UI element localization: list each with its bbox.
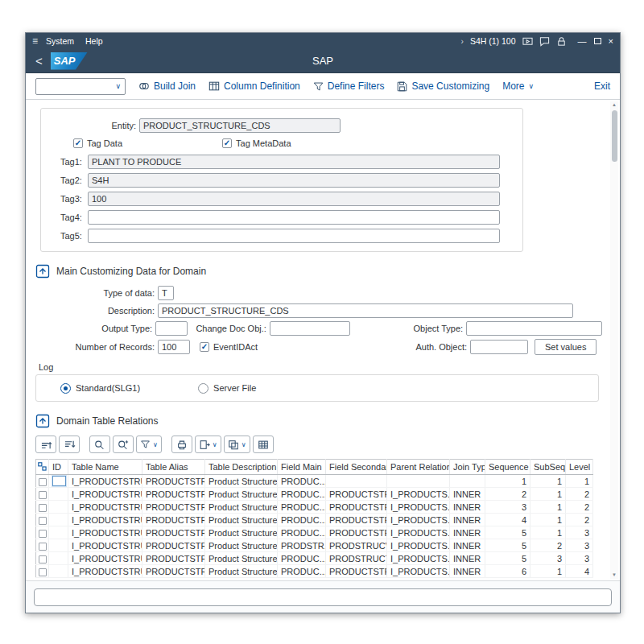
row-checkbox[interactable]	[39, 491, 47, 499]
sort-ascending-button[interactable]	[35, 436, 56, 453]
cell-table-description[interactable]: Product Structure...	[205, 526, 278, 539]
tag4-field[interactable]	[88, 210, 500, 225]
cell-table-name[interactable]: I_PRODUCTSTRUC...	[68, 539, 142, 552]
scroll-down-icon[interactable]: ▼	[612, 572, 617, 579]
row-checkbox[interactable]	[39, 478, 47, 486]
cell-field-secondary[interactable]: PRODUCTSTR...	[326, 501, 387, 514]
log-option-serverfile[interactable]: Server File	[198, 383, 256, 394]
tag1-field[interactable]: PLANT TO PRODUCE	[88, 155, 500, 169]
menu-item-help[interactable]: Help	[85, 36, 103, 46]
cell-table-name[interactable]: I_PRODUCTSTRUC...	[68, 488, 142, 501]
cell-table-description[interactable]: Product Structure...	[205, 514, 278, 526]
entity-field[interactable]: PRODUCT_STRUCTURE_CDS	[139, 118, 341, 133]
row-checkbox[interactable]	[39, 543, 47, 551]
cell-field-main[interactable]: PRODUC...	[278, 501, 326, 514]
cell-field-main[interactable]: PRODUC...	[278, 565, 326, 578]
cell-table-description[interactable]: Product Structure...	[205, 488, 278, 501]
cell-table-description[interactable]: Product Structure...	[205, 475, 278, 488]
cell-level[interactable]: 3	[566, 552, 593, 565]
object-type-field[interactable]	[466, 321, 602, 336]
cell-table-description[interactable]: Product Structure...	[205, 539, 278, 552]
cell-join-type[interactable]: INNER	[450, 526, 485, 539]
select-all-header[interactable]	[36, 460, 49, 475]
cell-sequence[interactable]: 4	[485, 514, 530, 526]
cell-level[interactable]: 2	[566, 488, 593, 501]
cell-parent-relation[interactable]: I_PRODUCTS...	[387, 552, 450, 565]
cell-join-type[interactable]: INNER	[450, 514, 485, 526]
cell-table-name[interactable]: I_PRODUCTSTRUC...	[68, 552, 142, 565]
cell-field-main[interactable]: PRODUC...	[278, 488, 326, 501]
cell-field-main[interactable]: PRODUC...	[278, 552, 326, 565]
chevron-down-icon[interactable]: ∨	[115, 82, 121, 90]
type-of-data-field[interactable]: T	[158, 286, 174, 300]
row-select-cell[interactable]	[36, 514, 49, 526]
maximize-button[interactable]	[594, 38, 601, 44]
cell-parent-relation[interactable]: I_PRODUCTS...	[387, 526, 450, 539]
cell-parent-relation[interactable]: I_PRODUCTS...	[387, 488, 450, 501]
cell-sequence[interactable]: 5	[485, 552, 530, 565]
cell-parent-relation[interactable]	[387, 475, 450, 488]
cell-sequence[interactable]: 5	[485, 539, 530, 552]
cell-field-secondary[interactable]: PRODSTRUCV...	[326, 539, 387, 552]
cell-level[interactable]: 1	[566, 475, 593, 488]
row-checkbox[interactable]	[39, 555, 47, 564]
tag-data-checkbox[interactable]: ✓	[73, 138, 83, 148]
table-graphic-button[interactable]	[253, 436, 274, 453]
column-header-field-main[interactable]: Field Main	[278, 460, 326, 475]
log-option-standard[interactable]: Standard(SLG1)	[60, 383, 140, 394]
column-header-join-type[interactable]: Join Type	[450, 460, 485, 475]
eventid-checkbox[interactable]: ✓	[200, 342, 209, 352]
cell-subseq[interactable]: 1	[530, 475, 566, 488]
cell-subseq[interactable]: 2	[530, 539, 566, 552]
cell-table-alias[interactable]: PRODUCTSTR...	[142, 475, 205, 488]
cell-join-type[interactable]: INNER	[450, 539, 485, 552]
cell-table-alias[interactable]: PRODUCTSTR...	[142, 514, 205, 526]
hamburger-icon[interactable]: ≡	[32, 35, 38, 47]
column-header-parent-relation[interactable]: Parent Relation	[387, 460, 450, 475]
column-header-subseq-[interactable]: SubSeq.	[530, 460, 566, 475]
command-combobox[interactable]: ∨	[35, 78, 126, 95]
row-checkbox[interactable]	[39, 568, 47, 576]
cell-id[interactable]	[49, 539, 68, 552]
cell-sequence[interactable]: 5	[485, 526, 530, 539]
cell-table-name[interactable]: I_PRODUCTSTRUC...	[68, 514, 142, 526]
row-select-cell[interactable]	[36, 501, 49, 514]
description-field[interactable]: PRODUCT_STRUCTURE_CDS	[158, 303, 573, 318]
cell-table-alias[interactable]: PRODUCTSTR...	[142, 539, 205, 552]
row-select-cell[interactable]	[36, 565, 49, 578]
row-select-cell[interactable]	[36, 488, 49, 501]
column-header-table-alias[interactable]: Table Alias	[142, 460, 205, 475]
cell-join-type[interactable]	[450, 475, 485, 488]
column-header-id[interactable]: ID	[49, 460, 68, 475]
exit-button[interactable]: Exit	[594, 80, 610, 92]
find-button[interactable]	[89, 436, 110, 453]
cell-parent-relation[interactable]: I_PRODUCTS...	[387, 501, 450, 514]
number-of-records-field[interactable]: 100	[158, 340, 190, 354]
cell-level[interactable]: 4	[566, 565, 593, 578]
cell-id[interactable]	[49, 514, 68, 526]
cell-field-secondary[interactable]: PRODSTRUCT...	[326, 552, 387, 565]
status-message-field[interactable]	[34, 588, 612, 606]
row-select-cell[interactable]	[36, 552, 49, 565]
cell-level[interactable]: 2	[566, 514, 593, 526]
build-join-button[interactable]: Build Join	[138, 80, 196, 92]
cell-subseq[interactable]: 1	[530, 501, 566, 514]
column-header-field-secondary[interactable]: Field Secondary	[326, 460, 387, 475]
cell-parent-relation[interactable]: I_PRODUCTS...	[387, 565, 450, 578]
cell-sequence[interactable]: 3	[485, 501, 530, 514]
cell-table-alias[interactable]: PRODUCTSTR...	[142, 501, 205, 514]
print-button[interactable]	[171, 436, 192, 453]
cell-id[interactable]	[49, 488, 68, 501]
views-button[interactable]: ∨	[224, 436, 250, 453]
cell-table-alias[interactable]: PRODUCTSTR...	[142, 552, 205, 565]
radio-serverfile[interactable]	[198, 383, 208, 394]
cell-table-description[interactable]: Product Structure...	[205, 501, 278, 514]
cell-sequence[interactable]: 1	[485, 475, 530, 488]
cell-table-name[interactable]: I_PRODUCTSTRUC...	[68, 501, 142, 514]
tag2-field[interactable]: S4H	[88, 173, 500, 188]
row-checkbox[interactable]	[39, 530, 47, 538]
cell-join-type[interactable]: INNER	[450, 565, 485, 578]
cell-join-type[interactable]: INNER	[450, 552, 485, 565]
sort-descending-button[interactable]	[59, 436, 80, 453]
cell-id[interactable]	[49, 526, 68, 539]
